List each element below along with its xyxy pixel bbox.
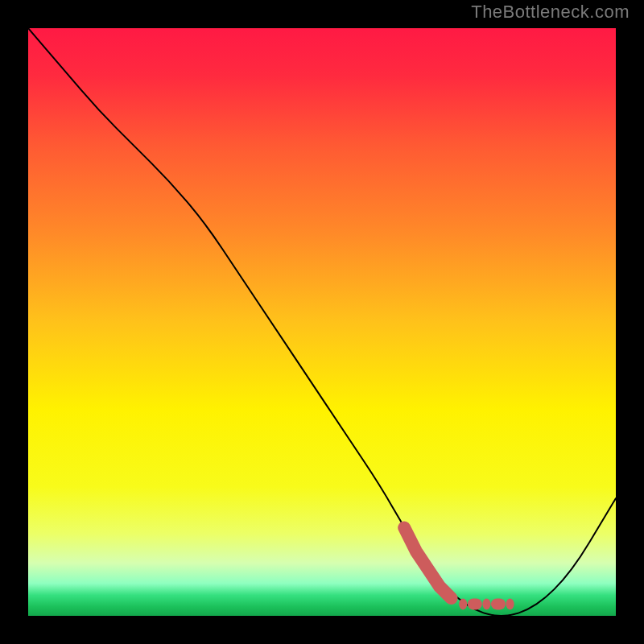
bottleneck-curve xyxy=(28,28,616,616)
svg-rect-2 xyxy=(468,598,482,609)
svg-rect-3 xyxy=(482,598,490,609)
plot-area xyxy=(28,28,616,616)
chart-svg xyxy=(28,28,616,616)
svg-rect-4 xyxy=(491,598,506,609)
chart-container: TheBottleneck.com xyxy=(0,0,644,644)
optimum-band-markers xyxy=(404,528,514,610)
svg-rect-5 xyxy=(506,598,514,609)
attribution-label: TheBottleneck.com xyxy=(471,2,630,23)
svg-rect-1 xyxy=(459,598,467,609)
